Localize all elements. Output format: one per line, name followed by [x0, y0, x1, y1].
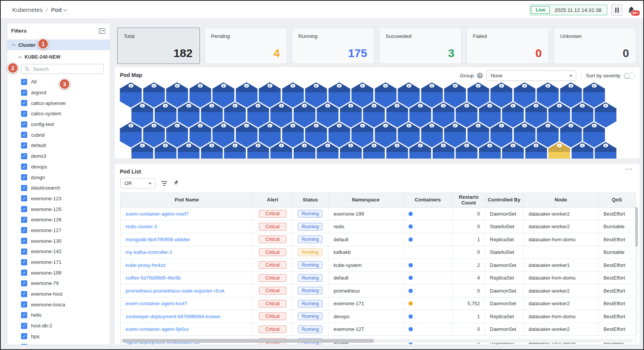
status-card-unknown[interactable]: Unknown0	[554, 28, 636, 64]
filter-lines-icon[interactable]	[161, 181, 167, 186]
live-time-control[interactable]: Live 2025.11.12 14:31:38	[530, 5, 607, 15]
status-card-running[interactable]: Running175	[292, 28, 374, 64]
pod-hexagon[interactable]: 0	[131, 102, 153, 128]
pod-name-link[interactable]: exem-container-agent-9p5sv	[126, 326, 189, 332]
tree-item-cluster-name[interactable]: KUBE-240-NEW	[7, 52, 110, 62]
pod-name-link[interactable]: my-kafka-controller-2	[126, 249, 172, 255]
pod-hexagon[interactable]: 0	[525, 102, 547, 128]
pod-hexagon[interactable]: 0	[166, 122, 188, 147]
pod-hexagon[interactable]: 0	[421, 82, 443, 108]
pod-hexagon[interactable]: 0	[548, 102, 570, 128]
checkbox-checked-icon[interactable]: ✓	[21, 121, 27, 128]
pod-name-link[interactable]: exem-container-agent-nswf7	[126, 211, 189, 217]
checkbox-checked-icon[interactable]: ✓	[21, 100, 27, 106]
pod-hexagon[interactable]: 0	[375, 82, 397, 108]
pod-hexagon[interactable]: 0	[236, 122, 258, 147]
namespace-checkbox-item[interactable]: ✓calico-apiserver	[7, 98, 110, 108]
column-header-status[interactable]: Status	[292, 193, 329, 207]
pod-hexagon[interactable]: 0	[212, 122, 234, 147]
namespace-checkbox-item[interactable]: ✓devops	[7, 162, 110, 172]
sort-by-severity-toggle[interactable]	[624, 73, 635, 79]
pod-hexagon[interactable]: 0	[143, 122, 165, 147]
status-card-failed[interactable]: Failed0	[466, 28, 549, 64]
namespace-checkbox-item[interactable]: ✓exemone-79	[7, 278, 110, 289]
pod-hexagon[interactable]: 0	[224, 102, 246, 128]
pod-hexagon[interactable]: 0	[305, 122, 327, 147]
notifications-button[interactable]: 99+	[626, 4, 637, 16]
checkbox-checked-icon[interactable]: ✓	[21, 195, 27, 201]
pod-hexagon[interactable]: 0	[560, 122, 582, 147]
vertical-scrollbar-thumb[interactable]	[635, 207, 638, 247]
pod-hexagon[interactable]: 0	[190, 122, 211, 147]
pod-hexagon[interactable]: 0	[329, 122, 350, 147]
pod-name-link[interactable]: coffee-5d76d96d9-4bv9b	[126, 275, 181, 281]
namespace-checkbox-item[interactable]: ✓demo3	[7, 151, 110, 162]
status-card-total[interactable]: Total182	[117, 28, 200, 64]
horizontal-scrollbar-thumb[interactable]	[122, 339, 374, 343]
collapse-panel-icon[interactable]	[99, 28, 105, 34]
namespace-checkbox-item[interactable]: ✓calico-system	[7, 108, 110, 119]
pod-hexagon[interactable]: 0	[282, 82, 304, 108]
pod-hexagon[interactable]: 0	[537, 82, 559, 108]
pod-hexagon[interactable]: 0	[212, 82, 234, 108]
filter-operator-select[interactable]: OR	[120, 178, 155, 188]
namespace-checkbox-item[interactable]: ✓exemone-171	[7, 257, 110, 268]
more-options-icon[interactable]: ⋯	[625, 164, 634, 173]
checkbox-checked-icon[interactable]: ✓	[21, 111, 27, 117]
pod-hexagon[interactable]: 0	[166, 82, 188, 108]
checkbox-checked-icon[interactable]: ✓	[21, 344, 27, 345]
horizontal-scrollbar-track[interactable]	[120, 339, 633, 343]
help-icon[interactable]: ?	[477, 73, 483, 79]
pod-hexagon[interactable]: 0	[294, 102, 315, 128]
pod-hexagon[interactable]: 0	[537, 122, 559, 147]
pod-hexagon[interactable]: 0	[340, 102, 362, 128]
checkbox-checked-icon[interactable]: ✓	[21, 132, 27, 138]
namespace-checkbox-item[interactable]: ✓cubrid	[7, 129, 110, 140]
checkbox-checked-icon[interactable]: ✓	[21, 301, 27, 307]
column-header-controlled-by[interactable]: Controlled By	[485, 193, 524, 207]
pin-icon[interactable]	[172, 179, 180, 187]
pod-hexagon[interactable]: 0	[560, 82, 582, 108]
pod-hexagon[interactable]: 0	[178, 102, 199, 128]
pod-hexagon[interactable]: 0	[259, 122, 281, 147]
pod-hexagon[interactable]: 0	[317, 102, 338, 128]
pod-name-link[interactable]: mongodb-6b4795956-wbk8w	[126, 237, 190, 242]
checkbox-checked-icon[interactable]: ✓	[21, 333, 27, 339]
checkbox-checked-icon[interactable]: ✓	[21, 238, 27, 244]
status-card-succeeded[interactable]: Succeeded3	[379, 28, 462, 64]
pod-hexagon[interactable]: 0	[514, 82, 536, 108]
namespace-checkbox-item[interactable]: ✓	[7, 342, 110, 345]
namespace-checkbox-item[interactable]: ✓exemone-142	[7, 246, 110, 257]
checkbox-checked-icon[interactable]: ✓	[21, 90, 27, 96]
checkbox-checked-icon[interactable]: ✓	[21, 142, 27, 149]
pod-hexagon[interactable]: 0	[514, 122, 536, 147]
checkbox-checked-icon[interactable]: ✓	[21, 206, 27, 212]
checkbox-checked-icon[interactable]: ✓	[21, 312, 27, 318]
namespace-checkbox-item[interactable]: ✓exemone-199	[7, 267, 110, 278]
pod-name-link[interactable]: zookeeper-deployment-687b96fd94-kvwwx	[126, 314, 221, 319]
pod-hexagon[interactable]: 0	[201, 102, 223, 128]
checkbox-checked-icon[interactable]: ✓	[21, 280, 27, 286]
namespace-checkbox-item[interactable]: ✓exemone-125	[7, 204, 110, 214]
pod-name-link[interactable]: kube-proxy-hn4zd	[126, 262, 165, 268]
namespace-checkbox-item[interactable]: ✓exemone-tosca	[7, 299, 110, 310]
namespace-checkbox-item[interactable]: ✓argocd	[7, 87, 110, 98]
checkbox-checked-icon[interactable]: ✓	[21, 185, 27, 191]
pod-hexagon[interactable]: 0	[502, 102, 524, 128]
namespace-checkbox-item[interactable]: ✓default	[7, 140, 110, 151]
tree-item-cluster[interactable]: Cluster	[7, 39, 110, 50]
pod-hexagon[interactable]: 0	[490, 122, 512, 147]
column-header-alert[interactable]: Alert	[253, 193, 292, 207]
pod-hexagon[interactable]: 0	[444, 82, 466, 108]
pod-hexagon[interactable]: 0	[282, 122, 304, 147]
checkbox-checked-icon[interactable]: ✓	[21, 79, 27, 85]
pod-hexagon[interactable]: 0	[595, 102, 616, 128]
column-header-restarts-count[interactable]: Restarts Count	[453, 193, 485, 207]
pod-hexagon[interactable]: 0	[409, 102, 431, 128]
pod-hexagon[interactable]: 0	[190, 82, 211, 108]
namespace-checkbox-item[interactable]: ✓exemone-127	[7, 225, 110, 236]
pod-hexagon[interactable]: 0	[143, 82, 165, 108]
column-header-containers[interactable]: Containers	[403, 193, 453, 207]
group-select[interactable]: None	[486, 70, 576, 81]
namespace-checkbox-item[interactable]: ✓hpa	[7, 331, 110, 342]
